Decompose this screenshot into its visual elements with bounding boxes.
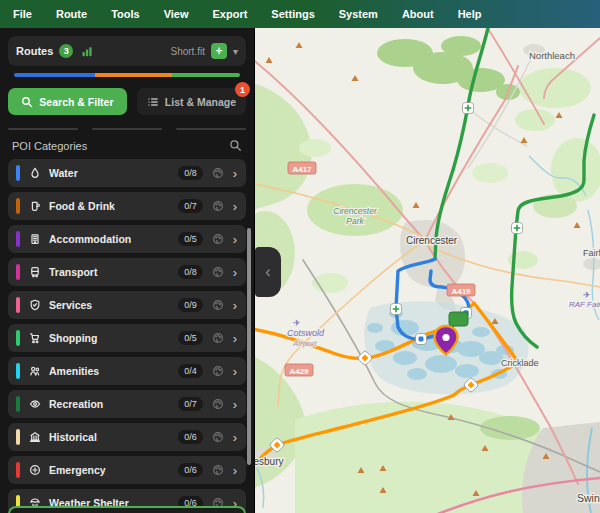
poi-search-icon[interactable] — [229, 139, 242, 152]
label-cotswold: Cotswold — [287, 328, 325, 338]
cart-icon — [29, 332, 41, 344]
category-color-bar — [16, 396, 20, 412]
menu-item-export[interactable]: Export — [213, 8, 248, 20]
menu-item-view[interactable]: View — [164, 8, 189, 20]
label-cirencester: Cirencester — [406, 235, 458, 246]
add-route-button[interactable]: + — [211, 43, 227, 59]
chevron-right-icon: › — [233, 299, 237, 312]
poi-category-row[interactable]: Shopping 0/5 › — [8, 324, 246, 352]
category-color-bar — [16, 363, 20, 379]
palette-icon[interactable] — [212, 299, 224, 311]
poi-categories-header: POI Categories — [8, 139, 246, 152]
poi-category-row[interactable]: Amenities 0/4 › — [8, 357, 246, 385]
poi-category-row[interactable]: Food & Drink 0/7 › — [8, 192, 246, 220]
category-count-badge: 0/5 — [178, 331, 203, 345]
palette-icon[interactable] — [212, 233, 224, 245]
palette-icon[interactable] — [212, 167, 224, 179]
routes-header[interactable]: Routes 3 Short.fit + ▾ — [8, 36, 246, 66]
sidebar-collapse-handle[interactable]: ‹ — [255, 247, 281, 297]
category-color-bar — [16, 330, 20, 346]
category-count-badge: 0/6 — [178, 463, 203, 477]
sidebar-scrollbar[interactable] — [247, 228, 251, 465]
chevron-right-icon: › — [233, 464, 237, 477]
category-count-badge: 0/7 — [178, 199, 203, 213]
category-count-badge: 0/7 — [178, 397, 203, 411]
palette-icon[interactable] — [212, 464, 224, 476]
poi-category-row[interactable]: Recreation 0/7 › — [8, 390, 246, 418]
palette-icon[interactable] — [212, 266, 224, 278]
palette-icon[interactable] — [212, 431, 224, 443]
category-count-badge: 0/4 — [178, 364, 203, 378]
label-malmesbury: Malmesbury — [255, 456, 283, 467]
category-color-bar — [16, 264, 20, 280]
palette-icon[interactable] — [212, 365, 224, 377]
category-count-badge: 0/8 — [178, 166, 203, 180]
poi-category-row[interactable]: Emergency 0/6 › — [8, 456, 246, 484]
label-raf-fairford: RAF Fairford — [569, 300, 600, 309]
chevron-right-icon: › — [233, 200, 237, 213]
shield-icon — [29, 299, 41, 311]
bar-chart-icon — [81, 45, 93, 57]
people-icon — [29, 365, 41, 377]
poi-category-row[interactable]: Accommodation 0/5 › — [8, 225, 246, 253]
search-filter-button[interactable]: Search & Filter — [8, 88, 127, 115]
section-dividers — [8, 128, 246, 130]
category-color-bar — [16, 462, 20, 478]
menubar: FileRouteToolsViewExportSettingsSystemAb… — [0, 0, 600, 28]
poi-category-row[interactable]: Transport 0/8 › — [8, 258, 246, 286]
chevron-right-icon: › — [233, 233, 237, 246]
chevron-right-icon: › — [233, 266, 237, 279]
category-color-bar — [16, 165, 20, 181]
chevron-right-icon: › — [233, 398, 237, 411]
category-label: Historical — [49, 431, 97, 443]
category-count-badge: 0/5 — [178, 232, 203, 246]
sidebar-tabs: Search & Filter List & Manage 1 — [8, 88, 246, 115]
waypoint-green-plus-2 — [512, 223, 523, 234]
chevron-right-icon: › — [233, 431, 237, 444]
palette-icon[interactable] — [212, 398, 224, 410]
a419-shield: A419 — [447, 284, 475, 296]
eye-icon — [29, 398, 41, 410]
bottom-action-button[interactable] — [8, 506, 246, 513]
bus-icon — [29, 266, 41, 278]
waypoint-green-plus-1 — [463, 103, 474, 114]
poi-category-row[interactable]: Services 0/9 › — [8, 291, 246, 319]
cotswold-airport-icon: ✈ — [293, 318, 301, 328]
label-cricklade: Cricklade — [501, 358, 539, 368]
category-color-bar — [16, 429, 20, 445]
label-swindon: Swindon — [577, 492, 600, 504]
poi-category-row[interactable]: Historical 0/6 › — [8, 423, 246, 451]
waypoint-green-plus-3 — [391, 304, 402, 315]
poi-category-list: Water 0/8 › Food & Drink 0/7 › Accommoda… — [8, 159, 246, 513]
menu-item-about[interactable]: About — [402, 8, 434, 20]
palette-icon[interactable] — [212, 200, 224, 212]
palette-icon[interactable] — [212, 332, 224, 344]
plus-circle-icon — [29, 464, 41, 476]
svg-text:A429: A429 — [289, 367, 309, 376]
category-color-bar — [16, 198, 20, 214]
chevron-right-icon: › — [233, 167, 237, 180]
droplet-icon — [29, 167, 41, 179]
active-route-filename[interactable]: Short.fit — [171, 46, 205, 57]
menu-item-route[interactable]: Route — [56, 8, 87, 20]
chevron-right-icon: › — [233, 365, 237, 378]
poi-category-row[interactable]: Water 0/8 › — [8, 159, 246, 187]
label-cirencester-park-1: Cirencester — [333, 206, 378, 216]
poi-categories-title: POI Categories — [12, 140, 87, 152]
map-canvas[interactable]: ✈ ✈ A417 A419 A429 Northleach Cirenceste… — [255, 28, 600, 513]
menu-item-help[interactable]: Help — [458, 8, 482, 20]
category-label: Services — [49, 299, 92, 311]
app-window: FileRouteToolsViewExportSettingsSystemAb… — [0, 0, 600, 513]
chevron-right-icon: › — [233, 332, 237, 345]
route-legend-segment-1 — [95, 73, 172, 77]
list-manage-tab[interactable]: List & Manage 1 — [137, 88, 246, 115]
menu-item-settings[interactable]: Settings — [271, 8, 314, 20]
menu-item-tools[interactable]: Tools — [111, 8, 140, 20]
a417-shield: A417 — [288, 162, 316, 174]
menu-item-system[interactable]: System — [339, 8, 378, 20]
menu-item-file[interactable]: File — [13, 8, 32, 20]
category-label: Shopping — [49, 332, 97, 344]
chevron-down-icon[interactable]: ▾ — [233, 46, 238, 57]
routes-title: Routes — [16, 45, 53, 57]
route-legend-segment-0 — [14, 73, 95, 77]
